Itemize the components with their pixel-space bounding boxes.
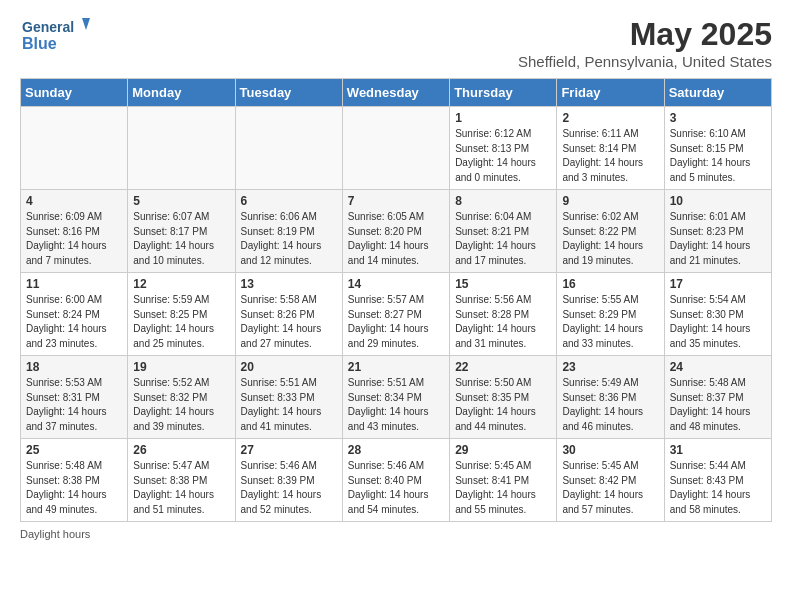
day-number: 22 bbox=[455, 360, 551, 374]
calendar-day-header: Sunday bbox=[21, 79, 128, 107]
calendar-cell: 8Sunrise: 6:04 AM Sunset: 8:21 PM Daylig… bbox=[450, 190, 557, 273]
calendar-week-row: 11Sunrise: 6:00 AM Sunset: 8:24 PM Dayli… bbox=[21, 273, 772, 356]
svg-text:Blue: Blue bbox=[22, 35, 57, 52]
day-info: Sunrise: 5:57 AM Sunset: 8:27 PM Dayligh… bbox=[348, 293, 444, 351]
logo: General Blue bbox=[20, 16, 90, 58]
day-info: Sunrise: 5:48 AM Sunset: 8:38 PM Dayligh… bbox=[26, 459, 122, 517]
svg-text:General: General bbox=[22, 19, 74, 35]
calendar-day-header: Friday bbox=[557, 79, 664, 107]
calendar-cell: 14Sunrise: 5:57 AM Sunset: 8:27 PM Dayli… bbox=[342, 273, 449, 356]
header: General Blue May 2025 Sheffield, Pennsyl… bbox=[20, 16, 772, 70]
day-number: 29 bbox=[455, 443, 551, 457]
calendar-day-header: Monday bbox=[128, 79, 235, 107]
day-number: 25 bbox=[26, 443, 122, 457]
calendar-cell: 18Sunrise: 5:53 AM Sunset: 8:31 PM Dayli… bbox=[21, 356, 128, 439]
day-number: 4 bbox=[26, 194, 122, 208]
calendar-day-header: Tuesday bbox=[235, 79, 342, 107]
day-number: 28 bbox=[348, 443, 444, 457]
calendar-cell: 20Sunrise: 5:51 AM Sunset: 8:33 PM Dayli… bbox=[235, 356, 342, 439]
day-info: Sunrise: 6:11 AM Sunset: 8:14 PM Dayligh… bbox=[562, 127, 658, 185]
day-number: 12 bbox=[133, 277, 229, 291]
day-number: 21 bbox=[348, 360, 444, 374]
calendar-cell: 31Sunrise: 5:44 AM Sunset: 8:43 PM Dayli… bbox=[664, 439, 771, 522]
title-block: May 2025 Sheffield, Pennsylvania, United… bbox=[518, 16, 772, 70]
footer-text: Daylight hours bbox=[20, 528, 90, 540]
day-number: 17 bbox=[670, 277, 766, 291]
calendar-cell bbox=[235, 107, 342, 190]
day-info: Sunrise: 5:52 AM Sunset: 8:32 PM Dayligh… bbox=[133, 376, 229, 434]
calendar-week-row: 1Sunrise: 6:12 AM Sunset: 8:13 PM Daylig… bbox=[21, 107, 772, 190]
day-number: 11 bbox=[26, 277, 122, 291]
day-info: Sunrise: 5:58 AM Sunset: 8:26 PM Dayligh… bbox=[241, 293, 337, 351]
day-info: Sunrise: 5:46 AM Sunset: 8:39 PM Dayligh… bbox=[241, 459, 337, 517]
day-number: 16 bbox=[562, 277, 658, 291]
day-number: 31 bbox=[670, 443, 766, 457]
day-info: Sunrise: 6:00 AM Sunset: 8:24 PM Dayligh… bbox=[26, 293, 122, 351]
calendar-cell: 2Sunrise: 6:11 AM Sunset: 8:14 PM Daylig… bbox=[557, 107, 664, 190]
calendar-cell: 15Sunrise: 5:56 AM Sunset: 8:28 PM Dayli… bbox=[450, 273, 557, 356]
day-number: 15 bbox=[455, 277, 551, 291]
calendar-cell: 4Sunrise: 6:09 AM Sunset: 8:16 PM Daylig… bbox=[21, 190, 128, 273]
day-info: Sunrise: 6:07 AM Sunset: 8:17 PM Dayligh… bbox=[133, 210, 229, 268]
day-info: Sunrise: 5:54 AM Sunset: 8:30 PM Dayligh… bbox=[670, 293, 766, 351]
day-info: Sunrise: 5:45 AM Sunset: 8:42 PM Dayligh… bbox=[562, 459, 658, 517]
calendar-cell bbox=[128, 107, 235, 190]
day-info: Sunrise: 5:53 AM Sunset: 8:31 PM Dayligh… bbox=[26, 376, 122, 434]
calendar-header-row: SundayMondayTuesdayWednesdayThursdayFrid… bbox=[21, 79, 772, 107]
calendar-cell: 25Sunrise: 5:48 AM Sunset: 8:38 PM Dayli… bbox=[21, 439, 128, 522]
calendar-cell: 5Sunrise: 6:07 AM Sunset: 8:17 PM Daylig… bbox=[128, 190, 235, 273]
calendar-week-row: 18Sunrise: 5:53 AM Sunset: 8:31 PM Dayli… bbox=[21, 356, 772, 439]
day-number: 19 bbox=[133, 360, 229, 374]
svg-marker-2 bbox=[82, 18, 90, 30]
day-number: 13 bbox=[241, 277, 337, 291]
day-number: 23 bbox=[562, 360, 658, 374]
logo-svg: General Blue bbox=[20, 16, 90, 58]
day-number: 6 bbox=[241, 194, 337, 208]
day-info: Sunrise: 6:09 AM Sunset: 8:16 PM Dayligh… bbox=[26, 210, 122, 268]
day-number: 20 bbox=[241, 360, 337, 374]
day-number: 14 bbox=[348, 277, 444, 291]
calendar-day-header: Wednesday bbox=[342, 79, 449, 107]
calendar-cell: 11Sunrise: 6:00 AM Sunset: 8:24 PM Dayli… bbox=[21, 273, 128, 356]
day-info: Sunrise: 6:12 AM Sunset: 8:13 PM Dayligh… bbox=[455, 127, 551, 185]
day-info: Sunrise: 5:45 AM Sunset: 8:41 PM Dayligh… bbox=[455, 459, 551, 517]
day-number: 30 bbox=[562, 443, 658, 457]
calendar-cell: 13Sunrise: 5:58 AM Sunset: 8:26 PM Dayli… bbox=[235, 273, 342, 356]
day-info: Sunrise: 5:56 AM Sunset: 8:28 PM Dayligh… bbox=[455, 293, 551, 351]
day-info: Sunrise: 5:51 AM Sunset: 8:34 PM Dayligh… bbox=[348, 376, 444, 434]
calendar-cell: 29Sunrise: 5:45 AM Sunset: 8:41 PM Dayli… bbox=[450, 439, 557, 522]
day-info: Sunrise: 6:02 AM Sunset: 8:22 PM Dayligh… bbox=[562, 210, 658, 268]
day-info: Sunrise: 5:50 AM Sunset: 8:35 PM Dayligh… bbox=[455, 376, 551, 434]
page-subtitle: Sheffield, Pennsylvania, United States bbox=[518, 53, 772, 70]
calendar-cell: 17Sunrise: 5:54 AM Sunset: 8:30 PM Dayli… bbox=[664, 273, 771, 356]
calendar-day-header: Saturday bbox=[664, 79, 771, 107]
calendar-week-row: 25Sunrise: 5:48 AM Sunset: 8:38 PM Dayli… bbox=[21, 439, 772, 522]
day-info: Sunrise: 6:05 AM Sunset: 8:20 PM Dayligh… bbox=[348, 210, 444, 268]
day-number: 24 bbox=[670, 360, 766, 374]
calendar-cell: 6Sunrise: 6:06 AM Sunset: 8:19 PM Daylig… bbox=[235, 190, 342, 273]
day-number: 3 bbox=[670, 111, 766, 125]
calendar-day-header: Thursday bbox=[450, 79, 557, 107]
calendar-cell: 3Sunrise: 6:10 AM Sunset: 8:15 PM Daylig… bbox=[664, 107, 771, 190]
day-number: 18 bbox=[26, 360, 122, 374]
day-info: Sunrise: 5:59 AM Sunset: 8:25 PM Dayligh… bbox=[133, 293, 229, 351]
calendar-cell: 30Sunrise: 5:45 AM Sunset: 8:42 PM Dayli… bbox=[557, 439, 664, 522]
day-number: 8 bbox=[455, 194, 551, 208]
calendar-cell: 7Sunrise: 6:05 AM Sunset: 8:20 PM Daylig… bbox=[342, 190, 449, 273]
day-number: 9 bbox=[562, 194, 658, 208]
day-info: Sunrise: 5:55 AM Sunset: 8:29 PM Dayligh… bbox=[562, 293, 658, 351]
calendar-cell: 27Sunrise: 5:46 AM Sunset: 8:39 PM Dayli… bbox=[235, 439, 342, 522]
calendar-week-row: 4Sunrise: 6:09 AM Sunset: 8:16 PM Daylig… bbox=[21, 190, 772, 273]
day-info: Sunrise: 5:47 AM Sunset: 8:38 PM Dayligh… bbox=[133, 459, 229, 517]
calendar-cell: 12Sunrise: 5:59 AM Sunset: 8:25 PM Dayli… bbox=[128, 273, 235, 356]
day-number: 10 bbox=[670, 194, 766, 208]
day-info: Sunrise: 6:04 AM Sunset: 8:21 PM Dayligh… bbox=[455, 210, 551, 268]
calendar-cell bbox=[21, 107, 128, 190]
day-number: 26 bbox=[133, 443, 229, 457]
footer-note: Daylight hours bbox=[20, 528, 772, 540]
day-number: 7 bbox=[348, 194, 444, 208]
calendar-cell: 26Sunrise: 5:47 AM Sunset: 8:38 PM Dayli… bbox=[128, 439, 235, 522]
day-number: 1 bbox=[455, 111, 551, 125]
day-info: Sunrise: 5:49 AM Sunset: 8:36 PM Dayligh… bbox=[562, 376, 658, 434]
day-info: Sunrise: 5:48 AM Sunset: 8:37 PM Dayligh… bbox=[670, 376, 766, 434]
